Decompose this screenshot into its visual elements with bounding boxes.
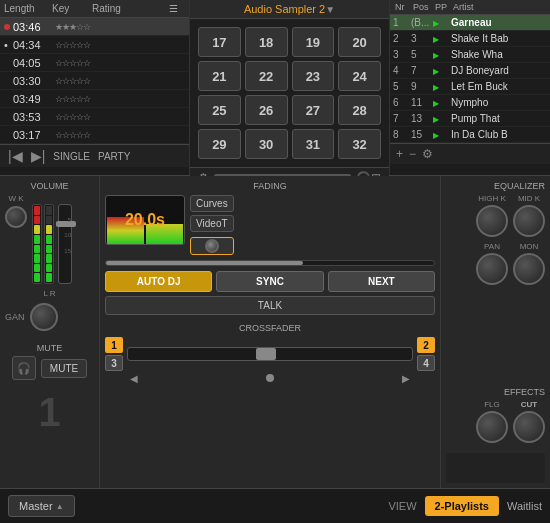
- cf-left-top[interactable]: 1: [105, 337, 123, 353]
- sampler-button-17[interactable]: 17: [198, 27, 241, 57]
- fading-options: Curves VideoT: [190, 195, 234, 255]
- playlist-next-button[interactable]: ▶|: [27, 148, 50, 164]
- cf-arrows: ◀ ▶: [105, 373, 435, 384]
- sampler-button-19[interactable]: 19: [292, 27, 335, 57]
- track-pos: 15: [411, 129, 433, 140]
- videot-button[interactable]: VideoT: [190, 215, 234, 232]
- single-mode-button[interactable]: SINGLE: [49, 151, 94, 162]
- track-pos: 5: [411, 49, 433, 60]
- tracklist-footer: + − ⚙: [390, 143, 550, 164]
- sampler-button-30[interactable]: 30: [245, 129, 288, 159]
- track-artist: Let Em Buck: [451, 81, 547, 92]
- sampler-button-21[interactable]: 21: [198, 61, 241, 91]
- pan-control: PAN: [476, 242, 508, 285]
- sampler-button-31[interactable]: 31: [292, 129, 335, 159]
- playlist-row[interactable]: 03:30 ☆☆☆☆☆: [0, 72, 189, 90]
- track-nr: 2: [393, 33, 411, 44]
- cf-right-top[interactable]: 2: [417, 337, 435, 353]
- playlist-row[interactable]: • 04:34 ☆☆☆☆☆: [0, 36, 189, 54]
- playlist-row[interactable]: 03:17 ☆☆☆☆☆: [0, 126, 189, 144]
- left-panel: VOLUME W K: [0, 176, 100, 488]
- sampler-button-32[interactable]: 32: [338, 129, 381, 159]
- volume-fader-handle[interactable]: [56, 221, 76, 227]
- playlist-row[interactable]: 03:53 ☆☆☆☆☆: [0, 108, 189, 126]
- sampler-button-22[interactable]: 22: [245, 61, 288, 91]
- crossfader-right: 2 4: [417, 337, 435, 371]
- flg-knob[interactable]: [476, 411, 508, 443]
- sampler-dropdown-icon[interactable]: ▼: [325, 4, 335, 15]
- talk-button[interactable]: TALK: [105, 296, 435, 315]
- track-time: 03:30: [13, 75, 55, 87]
- sampler-button-20[interactable]: 20: [338, 27, 381, 57]
- tracklist-settings-button[interactable]: ⚙: [419, 147, 436, 161]
- sampler-button-24[interactable]: 24: [338, 61, 381, 91]
- tracklist-row[interactable]: 5 9 ▶ Let Em Buck: [390, 79, 550, 95]
- tracklist-row[interactable]: 1 (B... ▶ Garneau: [390, 15, 550, 31]
- play-icon: ▶: [433, 99, 439, 108]
- track-nr: 5: [393, 81, 411, 92]
- pan-label: PAN: [484, 242, 500, 251]
- mute-button[interactable]: MUTE: [41, 359, 87, 378]
- track-stars: ☆☆☆☆☆: [55, 112, 90, 122]
- sampler-button-18[interactable]: 18: [245, 27, 288, 57]
- play-icon: ▶: [433, 35, 439, 44]
- gain-knob[interactable]: [30, 303, 58, 331]
- sampler-button-23[interactable]: 23: [292, 61, 335, 91]
- sampler-button-26[interactable]: 26: [245, 95, 288, 125]
- master-button[interactable]: Master ▲: [8, 495, 75, 517]
- tracklist-row[interactable]: 3 5 ▶ Shake Wha: [390, 47, 550, 63]
- sampler-button-28[interactable]: 28: [338, 95, 381, 125]
- volume-fader[interactable]: 5 10 15: [58, 204, 72, 284]
- cf-left-bottom[interactable]: 3: [105, 355, 123, 371]
- cf-right-bottom[interactable]: 4: [417, 355, 435, 371]
- playlist-row[interactable]: 04:05 ☆☆☆☆☆: [0, 54, 189, 72]
- playlist-prev-button[interactable]: |◀: [4, 148, 27, 164]
- playlist-settings-icon[interactable]: ☰: [169, 3, 185, 14]
- track-stars: ☆☆☆☆☆: [55, 94, 90, 104]
- playlist-row[interactable]: 03:49 ☆☆☆☆☆: [0, 90, 189, 108]
- sampler-button-29[interactable]: 29: [198, 129, 241, 159]
- tracklist-row[interactable]: 6 11 ▶ Nympho: [390, 95, 550, 111]
- col-key-header: Key: [52, 3, 92, 14]
- gain-label: GAN: [5, 312, 25, 322]
- track-artist: Pump That: [451, 113, 547, 124]
- tracklist-remove-button[interactable]: −: [406, 147, 419, 161]
- wk-knob[interactable]: [5, 206, 27, 228]
- fading-knob-icon[interactable]: [190, 237, 234, 255]
- auto-dj-button[interactable]: AUTO DJ: [105, 271, 212, 292]
- eq-mid-knob[interactable]: [513, 205, 545, 237]
- curves-button[interactable]: Curves: [190, 195, 234, 212]
- headphone-icon[interactable]: 🎧: [12, 356, 36, 380]
- sampler-button-25[interactable]: 25: [198, 95, 241, 125]
- crossfader-handle[interactable]: [256, 348, 276, 360]
- eq-high-knob[interactable]: [476, 205, 508, 237]
- tracklist-row[interactable]: 7 13 ▶ Pump That: [390, 111, 550, 127]
- pan-knob[interactable]: [476, 253, 508, 285]
- cut-knob[interactable]: [513, 411, 545, 443]
- mon-label: MON: [520, 242, 539, 251]
- playlist-header: Length Key Rating ☰: [0, 0, 189, 18]
- sampler-button-27[interactable]: 27: [292, 95, 335, 125]
- waitlist-button[interactable]: Waitlist: [507, 500, 542, 512]
- sync-button[interactable]: SYNC: [216, 271, 323, 292]
- track-nr: 8: [393, 129, 411, 140]
- party-mode-button[interactable]: PARTY: [94, 151, 134, 162]
- track-time: 03:17: [13, 129, 55, 141]
- fading-display: 20.0s: [105, 195, 185, 245]
- mon-knob[interactable]: [513, 253, 545, 285]
- crossfader-slider[interactable]: [127, 347, 413, 361]
- playlist-row[interactable]: 03:46 ★★★☆☆: [0, 18, 189, 36]
- th-artist: Artist: [451, 2, 547, 12]
- cf-right-arrow[interactable]: ▶: [402, 373, 410, 384]
- tracklist-row[interactable]: 4 7 ▶ DJ Boneyard: [390, 63, 550, 79]
- tracklist-row[interactable]: 8 15 ▶ In Da Club B: [390, 127, 550, 143]
- cf-left-arrow[interactable]: ◀: [130, 373, 138, 384]
- play-icon: ▶: [433, 67, 439, 76]
- tracklist-row[interactable]: 2 3 ▶ Shake It Bab: [390, 31, 550, 47]
- track-time: 03:53: [13, 111, 55, 123]
- tracklist-add-button[interactable]: +: [393, 147, 406, 161]
- next-button[interactable]: NEXT: [328, 271, 435, 292]
- playlists-tab-button[interactable]: 2-Playlists: [425, 496, 499, 516]
- fading-slider[interactable]: [105, 260, 435, 266]
- track-artist: DJ Boneyard: [451, 65, 547, 76]
